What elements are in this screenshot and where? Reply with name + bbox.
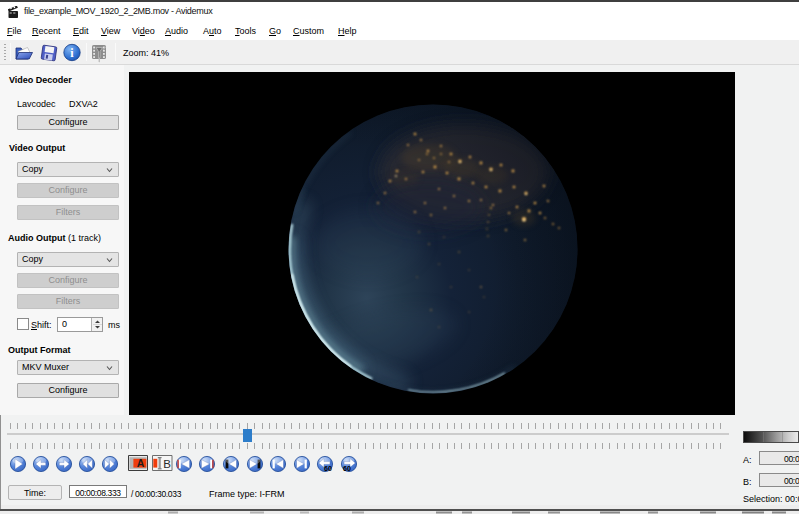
- svg-text:60: 60: [343, 465, 351, 472]
- svg-text:B: B: [163, 458, 171, 470]
- svg-text:60: 60: [324, 465, 332, 472]
- svg-text:A: A: [137, 457, 145, 469]
